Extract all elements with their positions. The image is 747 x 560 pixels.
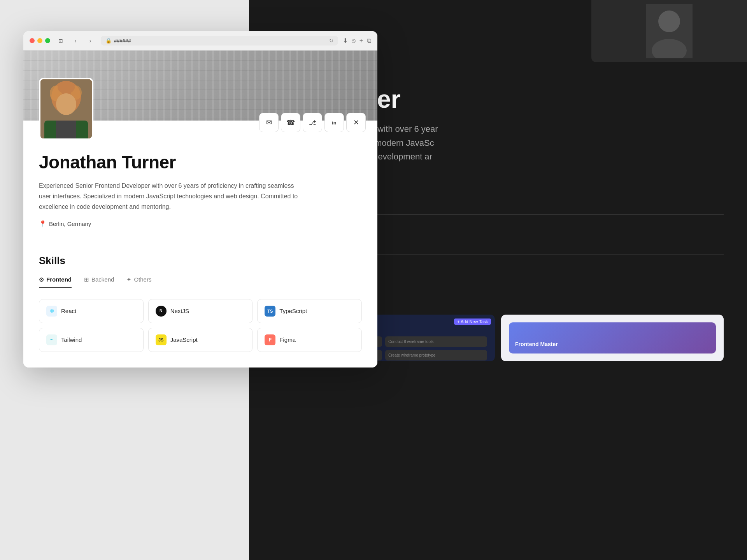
tab-frontend[interactable]: ⊙ Frontend bbox=[39, 276, 72, 288]
avatar-image bbox=[40, 79, 92, 138]
svg-point-7 bbox=[58, 81, 75, 94]
profile-location: 📍 Berlin, Germany bbox=[39, 220, 362, 228]
javascript-icon: JS bbox=[156, 334, 167, 345]
figma-icon: F bbox=[265, 334, 275, 345]
dark-card-2: Frontend Master bbox=[501, 315, 724, 361]
location-text: Berlin, Germany bbox=[49, 220, 91, 227]
twitter-icon: ✕ bbox=[353, 118, 359, 127]
address-bar[interactable]: 🔒 ###### ↻ bbox=[101, 36, 338, 46]
skill-grid: ⚛ React N NextJS TS TypeScript ~ Tailwin… bbox=[39, 299, 362, 352]
new-tab-icon[interactable]: + bbox=[359, 37, 363, 44]
lock-icon: 🔒 bbox=[105, 38, 112, 44]
javascript-label: JavaScript bbox=[170, 336, 198, 343]
email-icon: ✉ bbox=[266, 118, 272, 127]
person-photo bbox=[646, 4, 693, 58]
browser-controls: ⊡ ‹ › bbox=[55, 36, 96, 46]
react-label: React bbox=[61, 308, 76, 314]
frontend-tab-icon: ⊙ bbox=[39, 276, 44, 283]
download-icon[interactable]: ⬇ bbox=[343, 37, 348, 44]
page-content: ✉ ☎ ⎇ in ✕ Jonathan Turner Experienced S… bbox=[23, 51, 377, 368]
github-icon: ⎇ bbox=[309, 119, 316, 126]
figma-label: Figma bbox=[279, 336, 296, 343]
linkedin-icon: in bbox=[332, 120, 337, 126]
profile-name: Jonathan Turner bbox=[39, 152, 362, 173]
skill-figma[interactable]: F Figma bbox=[257, 328, 362, 352]
frontend-tab-label: Frontend bbox=[46, 276, 72, 283]
svg-rect-10 bbox=[56, 121, 76, 138]
social-icons-row: ✉ ☎ ⎇ in ✕ bbox=[259, 113, 366, 132]
typescript-icon: TS bbox=[265, 306, 275, 317]
close-button[interactable] bbox=[30, 38, 35, 43]
svg-point-1 bbox=[658, 10, 680, 32]
minimize-button[interactable] bbox=[37, 38, 42, 43]
tailwind-label: Tailwind bbox=[61, 336, 82, 343]
email-button[interactable]: ✉ bbox=[259, 113, 279, 132]
skill-tailwind[interactable]: ~ Tailwind bbox=[39, 328, 144, 352]
others-tab-label: Others bbox=[134, 276, 151, 283]
backend-tab-label: Backend bbox=[91, 276, 114, 283]
profile-bio: Experienced Senior Frontend Developer wi… bbox=[39, 180, 303, 212]
github-button[interactable]: ⎇ bbox=[303, 113, 322, 132]
twitter-button[interactable]: ✕ bbox=[346, 113, 366, 132]
typescript-label: TypeScript bbox=[279, 308, 307, 314]
skills-title: Skills bbox=[39, 255, 362, 267]
tab-backend[interactable]: ⊞ Backend bbox=[84, 276, 114, 288]
skill-react[interactable]: ⚛ React bbox=[39, 299, 144, 323]
svg-point-8 bbox=[56, 93, 76, 115]
avatar bbox=[39, 78, 93, 140]
skill-javascript[interactable]: JS JavaScript bbox=[148, 328, 253, 352]
browser-window: ⊡ ‹ › 🔒 ###### ↻ ⬇ ⎋ + ⧉ bbox=[23, 31, 377, 368]
hero-section: ✉ ☎ ⎇ in ✕ bbox=[23, 51, 377, 136]
back-button[interactable]: ‹ bbox=[70, 36, 81, 46]
backend-tab-icon: ⊞ bbox=[84, 276, 89, 283]
share-icon[interactable]: ⎋ bbox=[352, 37, 356, 44]
skill-tabs: ⊙ Frontend ⊞ Backend ✦ Others bbox=[39, 276, 362, 288]
phone-button[interactable]: ☎ bbox=[281, 113, 300, 132]
browser-actions: ⬇ ⎋ + ⧉ bbox=[343, 37, 371, 44]
react-icon: ⚛ bbox=[46, 306, 57, 317]
tailwind-icon: ~ bbox=[46, 334, 57, 345]
sidebar-toggle[interactable]: ⊡ bbox=[55, 36, 67, 46]
skill-nextjs[interactable]: N NextJS bbox=[148, 299, 253, 323]
add-new-task-btn[interactable]: + Add New Task bbox=[454, 318, 491, 325]
skills-section: Skills ⊙ Frontend ⊞ Backend ✦ Others bbox=[23, 255, 377, 368]
reload-icon[interactable]: ↻ bbox=[329, 38, 333, 44]
tab-others[interactable]: ✦ Others bbox=[126, 276, 151, 288]
url-text: ###### bbox=[114, 38, 131, 44]
traffic-lights bbox=[30, 38, 50, 43]
others-tab-icon: ✦ bbox=[126, 276, 132, 283]
location-pin-icon: 📍 bbox=[39, 220, 47, 228]
nextjs-icon: N bbox=[156, 306, 167, 317]
skill-typescript[interactable]: TS TypeScript bbox=[257, 299, 362, 323]
profile-info: Jonathan Turner Experienced Senior Front… bbox=[23, 136, 377, 255]
phone-icon: ☎ bbox=[286, 118, 295, 127]
nextjs-label: NextJS bbox=[170, 308, 189, 314]
browser-chrome: ⊡ ‹ › 🔒 ###### ↻ ⬇ ⎋ + ⧉ bbox=[23, 31, 377, 51]
maximize-button[interactable] bbox=[45, 38, 50, 43]
tabs-icon[interactable]: ⧉ bbox=[367, 37, 371, 44]
linkedin-button[interactable]: in bbox=[324, 113, 344, 132]
forward-button[interactable]: › bbox=[84, 36, 96, 46]
